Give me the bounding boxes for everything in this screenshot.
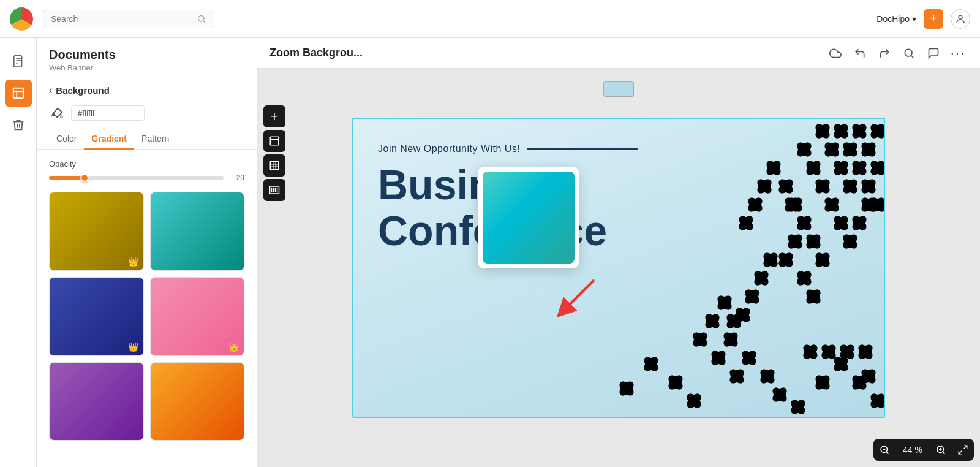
tab-pattern[interactable]: Pattern	[134, 129, 176, 150]
barcode-tool-button[interactable]	[263, 179, 285, 201]
dochipo-dropdown[interactable]: DocHipo ▾	[876, 14, 916, 24]
preview-card-gradient	[483, 172, 575, 264]
tabs-row: Color Gradient Pattern	[37, 129, 257, 150]
premium-icon-4: 👑	[228, 342, 239, 352]
comment-button[interactable]	[924, 44, 943, 63]
grid-icon	[269, 160, 280, 171]
gradient-grid: 👑 👑 👑	[49, 192, 244, 441]
hex-input[interactable]	[71, 105, 145, 121]
gradient-item-4[interactable]: 👑	[150, 277, 245, 356]
opacity-slider[interactable]	[49, 176, 224, 180]
panel-content: Opacity 20 👑 👑	[37, 150, 257, 467]
svg-rect-7	[13, 88, 23, 99]
design-banner: Join New Opportunity With Us! Business C…	[352, 118, 885, 418]
pattern-area	[529, 119, 884, 418]
user-avatar[interactable]	[951, 9, 970, 29]
gradient-item-5[interactable]	[49, 362, 144, 441]
svg-point-25	[529, 119, 538, 129]
svg-point-26	[529, 119, 538, 129]
document-icon	[12, 55, 25, 68]
svg-line-37	[959, 451, 962, 454]
svg-point-10	[61, 116, 63, 118]
premium-icon-1: 👑	[128, 257, 138, 267]
svg-rect-15	[270, 161, 279, 170]
back-arrow-icon: ‹	[49, 85, 52, 96]
add-tool-button[interactable]: +	[263, 105, 285, 127]
nav-right: DocHipo ▾ +	[876, 9, 970, 29]
gradient-item-6[interactable]	[150, 362, 245, 441]
sidebar-item-edit[interactable]	[5, 80, 32, 107]
canvas-toolbar: Zoom Backgrou...	[257, 38, 980, 69]
svg-line-36	[964, 446, 967, 449]
grid-tool-button[interactable]	[263, 154, 285, 177]
opacity-value: 20	[230, 173, 244, 182]
sidebar-item-document[interactable]	[5, 48, 32, 75]
tab-gradient[interactable]: Gradient	[84, 129, 134, 150]
svg-line-33	[943, 452, 944, 454]
svg-point-0	[198, 15, 204, 21]
top-nav: DocHipo ▾ +	[0, 0, 980, 38]
canvas-area: Zoom Backgrou...	[257, 38, 980, 467]
slider-thumb[interactable]	[80, 173, 89, 182]
color-handle[interactable]	[603, 81, 634, 97]
panel-subtitle: Web Banner	[49, 63, 244, 72]
back-row[interactable]: ‹ Background	[37, 77, 257, 101]
premium-icon-3: 👑	[128, 342, 138, 352]
canvas-content: +	[257, 69, 980, 467]
paint-bucket-icon	[49, 104, 66, 121]
panel-header: Documents Web Banner	[37, 38, 257, 77]
svg-line-1	[203, 21, 205, 23]
gradient-item-2[interactable]	[150, 192, 245, 271]
cloud-icon	[829, 47, 842, 59]
color-input-row	[37, 101, 257, 129]
opacity-label: Opacity	[49, 159, 244, 169]
gradient-item-3[interactable]: 👑	[49, 277, 144, 356]
undo-icon	[854, 47, 866, 59]
left-panel: Documents Web Banner ‹ Background Color …	[37, 38, 257, 467]
svg-line-12	[911, 55, 914, 58]
search-canvas-button[interactable]	[899, 44, 919, 63]
panel-title: Documents	[49, 48, 244, 62]
svg-line-30	[887, 452, 889, 454]
comment-icon	[927, 47, 940, 59]
barcode-icon	[269, 184, 280, 196]
sidebar-item-trash[interactable]	[5, 112, 32, 139]
resize-tool-button[interactable]	[263, 130, 285, 152]
fullscreen-button[interactable]	[952, 439, 974, 461]
cloud-save-button[interactable]	[826, 44, 845, 63]
float-tools: +	[263, 105, 285, 201]
user-icon	[955, 13, 966, 25]
tab-color[interactable]: Color	[49, 129, 84, 150]
search-input[interactable]	[51, 14, 197, 24]
icon-sidebar	[0, 38, 37, 467]
gradient-preview-card[interactable]	[478, 167, 579, 268]
search-canvas-icon	[903, 47, 915, 59]
gradient-item-1[interactable]: 👑	[49, 192, 144, 271]
search-bar[interactable]	[43, 10, 214, 28]
zoom-value: 44 %	[895, 445, 930, 455]
logo[interactable]	[10, 7, 33, 31]
zoom-out-button[interactable]	[873, 439, 895, 461]
svg-point-11	[905, 49, 912, 56]
search-icon	[197, 14, 206, 24]
zoom-bar: 44 %	[873, 439, 974, 461]
main-layout: Documents Web Banner ‹ Background Color …	[0, 38, 980, 467]
svg-rect-13	[270, 137, 279, 145]
svg-point-2	[959, 15, 962, 19]
zoom-in-button[interactable]	[930, 439, 952, 461]
resize-icon	[269, 135, 280, 146]
more-button[interactable]: ···	[948, 44, 968, 63]
back-label: Background	[56, 85, 110, 96]
edit-icon	[12, 86, 25, 100]
decorative-pattern	[529, 119, 884, 418]
redo-icon	[878, 47, 891, 59]
opacity-row: 20	[49, 173, 244, 182]
undo-button[interactable]	[850, 44, 870, 63]
redo-button[interactable]	[875, 44, 894, 63]
plus-button[interactable]: +	[924, 9, 943, 29]
trash-icon	[12, 118, 25, 132]
canvas-title: Zoom Backgrou...	[270, 47, 821, 59]
